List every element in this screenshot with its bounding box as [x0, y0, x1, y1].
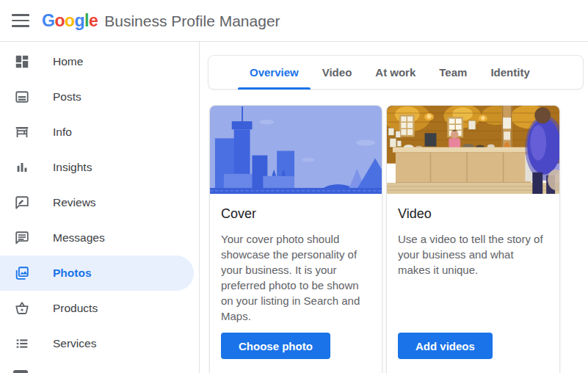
tab-video[interactable]: Video [311, 56, 364, 89]
posts-icon [13, 88, 31, 106]
tab-identity[interactable]: Identity [479, 56, 541, 89]
list-icon [13, 335, 31, 352]
google-logo-word: Google [42, 11, 98, 31]
sidebar-item-home[interactable]: Home [0, 44, 194, 79]
video-card-body: Video Use a video to tell the story of y… [387, 194, 559, 278]
dashboard-icon [13, 53, 31, 70]
rate-review-icon [13, 194, 31, 211]
sidebar-item-reviews[interactable]: Reviews [0, 185, 194, 220]
cover-card: Cover Your cover photo should showcase t… [209, 105, 382, 373]
sidebar-item-posts[interactable]: Posts [0, 79, 194, 115]
google-logo: Google Business Profile Manager [42, 0, 280, 42]
storefront-icon [13, 123, 31, 141]
photos-tab-bar: Overview Video At work Team Identity [208, 55, 584, 90]
sidebar-item-services[interactable]: Services [0, 326, 194, 361]
card-title: Cover [221, 206, 371, 222]
sidebar-item-insights[interactable]: Insights [0, 150, 194, 185]
shopping-basket-icon [13, 300, 31, 317]
sidebar: Home Posts Info Insights Reviews [0, 42, 200, 373]
hamburger-menu-icon[interactable] [12, 14, 29, 27]
sidebar-item-info[interactable]: Info [0, 115, 194, 150]
photos-content: Overview Video At work Team Identity [200, 42, 588, 373]
sidebar-item-photos[interactable]: Photos [0, 256, 194, 291]
add-videos-button[interactable]: Add videos [398, 333, 493, 359]
sidebar-item-products[interactable]: Products [0, 291, 194, 326]
sidebar-item-messages[interactable]: Messages [0, 220, 194, 256]
photo-library-icon [13, 264, 31, 282]
tab-team[interactable]: Team [427, 56, 479, 89]
card-title: Video [398, 206, 548, 222]
store-photo [387, 106, 559, 194]
page-title: Business Profile Manager [104, 12, 280, 30]
card-description: Your cover photo should showcase the per… [221, 231, 371, 324]
cover-illustration [210, 106, 382, 194]
app-header: Google Business Profile Manager [0, 0, 588, 42]
card-description: Use a video to tell the story of your bu… [398, 231, 548, 278]
tab-at-work[interactable]: At work [363, 56, 427, 89]
cover-card-body: Cover Your cover photo should showcase t… [210, 194, 382, 324]
partial-sidebar-icon [13, 370, 28, 373]
video-card: Video Use a video to tell the story of y… [386, 105, 560, 373]
bar-chart-icon [13, 159, 31, 176]
tab-overview[interactable]: Overview [238, 56, 311, 89]
business-profile-manager-app: Google Business Profile Manager Home Pos… [0, 0, 588, 373]
chat-icon [13, 229, 31, 247]
choose-photo-button[interactable]: Choose photo [221, 333, 330, 359]
